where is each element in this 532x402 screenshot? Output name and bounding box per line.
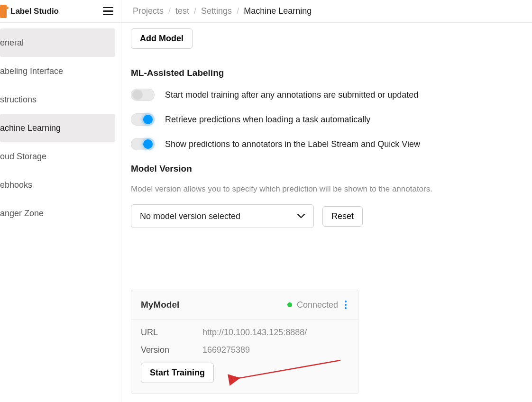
breadcrumb-item[interactable]: Projects [133,6,164,16]
hamburger-menu-icon[interactable] [103,7,113,16]
model-version-label: Version [141,345,193,355]
breadcrumb: Projects / test / Settings / Machine Lea… [121,0,312,22]
sidebar-item-labeling-interface[interactable]: abeling Interface [0,57,115,85]
toggle-retrieve-predictions[interactable] [131,113,155,126]
model-card-title: MyModel [141,300,179,310]
sidebar-item-instructions[interactable]: structions [0,85,115,114]
model-version-heading: Model Version [131,164,513,174]
sidebar-item-webhooks[interactable]: ebhooks [0,171,115,199]
status-dot-icon [287,302,292,307]
model-url-value: http://10.100.143.125:8888/ [202,328,307,338]
breadcrumb-item[interactable]: Settings [201,6,232,16]
app-logo [0,5,7,18]
sidebar-item-machine-learning[interactable]: achine Learning [0,114,115,142]
sidebar-item-danger-zone[interactable]: anger Zone [0,199,115,228]
model-status: Connected [297,300,338,310]
model-url-label: URL [141,328,193,338]
model-version-description: Model version allows you to specify whic… [131,184,513,194]
toggle-label: Show predictions to annotators in the La… [165,139,420,149]
breadcrumb-separator: / [194,6,196,16]
model-version-select[interactable]: No model version selected [131,204,314,228]
ml-assisted-heading: ML-Assisted Labeling [131,68,513,78]
model-card: MyModel Connected URL http://10.100.143.… [131,290,358,394]
toggle-label: Start model training after any annotatio… [165,90,418,100]
chevron-down-icon [297,214,305,219]
toggle-show-predictions[interactable] [131,138,155,150]
sidebar-item-general[interactable]: eneral [0,28,115,57]
settings-sidebar: eneral abeling Interface structions achi… [0,23,121,402]
add-model-button[interactable]: Add Model [131,28,193,49]
toggle-train-on-annotation[interactable] [131,89,155,101]
breadcrumb-separator: / [168,6,171,16]
toggle-label: Retrieve predictions when loading a task… [165,115,370,125]
kebab-menu-icon[interactable] [343,299,349,311]
breadcrumb-separator: / [237,6,239,16]
app-title: Label Studio [10,7,59,16]
model-version-value: 1669275389 [202,345,250,355]
model-version-selected-value: No model version selected [140,211,240,221]
start-training-button[interactable]: Start Training [141,363,214,383]
sidebar-item-cloud-storage[interactable]: oud Storage [0,142,115,171]
breadcrumb-item[interactable]: test [175,6,189,16]
reset-button[interactable]: Reset [322,206,363,227]
breadcrumb-current: Machine Learning [244,6,312,16]
